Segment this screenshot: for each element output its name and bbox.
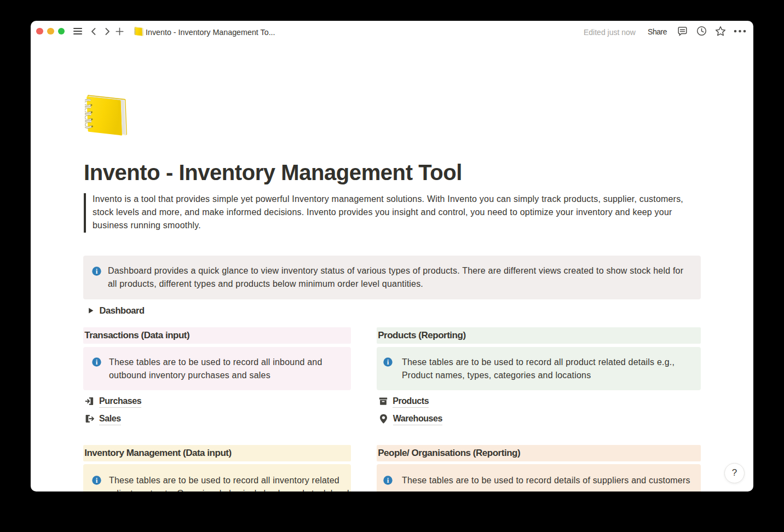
svg-text:i: i <box>95 358 97 366</box>
svg-text:i: i <box>387 358 389 366</box>
svg-text:i: i <box>95 476 97 484</box>
svg-text:i: i <box>387 476 389 484</box>
svg-text:i: i <box>95 267 97 275</box>
